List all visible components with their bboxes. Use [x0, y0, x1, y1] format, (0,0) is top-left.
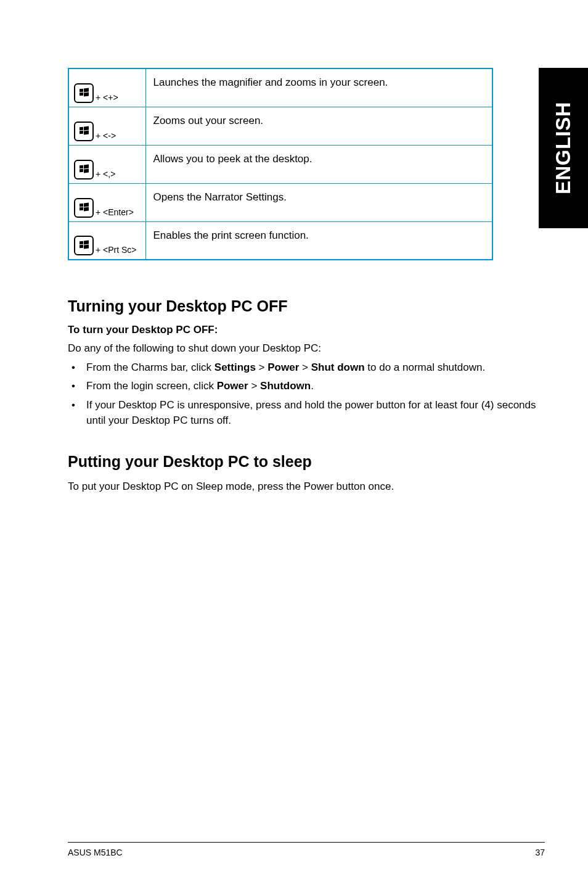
shortcut-desc: Enables the print screen function.	[145, 221, 492, 260]
bold-text: Shut down	[311, 361, 365, 373]
key-suffix: + <,>	[96, 170, 115, 179]
windows-key-icon	[74, 236, 94, 255]
intro-text: Do any of the following to shut down you…	[68, 341, 551, 357]
key-suffix: + <+>	[96, 93, 118, 103]
bold-text: Shutdown	[260, 380, 311, 392]
section-heading-turn-off: Turning your Desktop PC OFF	[68, 297, 551, 315]
shortcut-key-cell: + <Enter>	[68, 183, 145, 221]
table-row: + <,> Allows you to peek at the desktop.	[68, 145, 492, 183]
shortcut-desc: Zooms out your screen.	[145, 107, 492, 145]
table-row: + <-> Zooms out your screen.	[68, 107, 492, 145]
text: From the Charms bar, click	[86, 361, 214, 373]
bold-text: Power	[217, 380, 248, 392]
table-row: + <Enter> Opens the Narrator Settings.	[68, 183, 492, 221]
key-suffix: + <Prt Sc>	[96, 245, 137, 255]
text: From the login screen, click	[86, 380, 217, 392]
table-row: + <+> Launches the magnifier and zooms i…	[68, 68, 492, 107]
shortcut-desc: Allows you to peek at the desktop.	[145, 145, 492, 183]
footer: ASUS M51BC 37	[68, 842, 545, 857]
text: If your Desktop PC is unresponsive, pres…	[86, 399, 536, 426]
text: >	[299, 361, 311, 373]
text: >	[248, 380, 260, 392]
footer-left: ASUS M51BC	[68, 848, 123, 857]
shortcut-key-cell: + <+>	[68, 68, 145, 107]
shortcut-key-cell: + <,>	[68, 145, 145, 183]
key-suffix: + <Enter>	[96, 208, 134, 218]
key-suffix: + <->	[96, 131, 116, 141]
text: >	[256, 361, 267, 373]
shortcut-desc: Launches the magnifier and zooms in your…	[145, 68, 492, 107]
shortcut-key-cell: + <Prt Sc>	[68, 221, 145, 260]
shortcut-desc: Opens the Narrator Settings.	[145, 183, 492, 221]
text: .	[311, 380, 314, 392]
bold-text: Settings	[214, 361, 256, 373]
list-item: If your Desktop PC is unresponsive, pres…	[86, 398, 551, 428]
bold-text: Power	[267, 361, 299, 373]
shortcut-key-cell: + <->	[68, 107, 145, 145]
body-text: To put your Desktop PC on Sleep mode, pr…	[68, 479, 551, 495]
text: to do a normal shutdown.	[365, 361, 486, 373]
list-item: From the Charms bar, click Settings > Po…	[86, 360, 551, 376]
windows-key-icon	[74, 83, 94, 103]
subheading: To turn your Desktop PC OFF:	[68, 324, 551, 336]
windows-key-icon	[74, 198, 94, 218]
list-item: From the login screen, click Power > Shu…	[86, 379, 551, 394]
table-row: + <Prt Sc> Enables the print screen func…	[68, 221, 492, 260]
bullet-list: From the Charms bar, click Settings > Po…	[68, 360, 551, 429]
windows-key-icon	[74, 122, 94, 141]
footer-page-number: 37	[535, 848, 545, 857]
windows-key-icon	[74, 160, 94, 179]
shortcut-table: + <+> Launches the magnifier and zooms i…	[68, 68, 493, 260]
section-heading-sleep: Putting your Desktop PC to sleep	[68, 453, 551, 471]
